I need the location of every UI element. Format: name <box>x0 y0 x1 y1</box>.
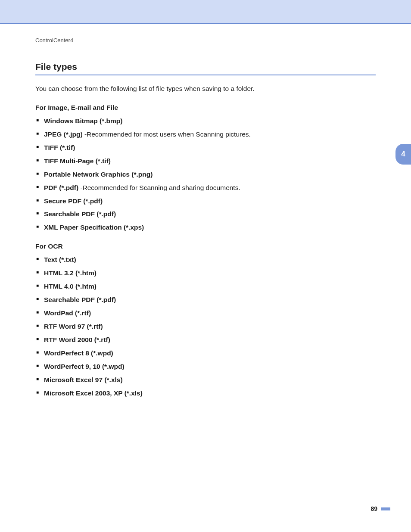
list-item: RTF Word 2000 (*.rtf) <box>35 336 376 345</box>
list-item-bold: WordPerfect 9, 10 (*.wpd) <box>44 363 125 370</box>
list-item-bold: TIFF Multi-Page (*.tif) <box>44 157 111 165</box>
section-title: File types <box>35 62 376 75</box>
chapter-tab: 4 <box>395 144 411 165</box>
intro-text: You can choose from the following list o… <box>35 85 376 93</box>
list-item: WordPad (*.rtf) <box>35 309 376 318</box>
list-item-bold: Windows Bitmap (*.bmp) <box>44 117 122 124</box>
list-item-rest: -Recommended for Scanning and sharing do… <box>78 184 240 191</box>
top-banner <box>0 0 411 24</box>
list-item-rest: -Recommended for most users when Scannin… <box>83 131 251 138</box>
list-item: Searchable PDF (*.pdf) <box>35 296 376 305</box>
list-item-bold: WordPerfect 8 (*.wpd) <box>44 349 113 357</box>
list-item: XML Paper Specification (*.xps) <box>35 223 376 232</box>
header-label: ControlCenter4 <box>35 37 376 44</box>
list-item-bold: XML Paper Specification (*.xps) <box>44 224 144 231</box>
list-item: Windows Bitmap (*.bmp) <box>35 117 376 126</box>
list-item-bold: Microsoft Excel 2003, XP (*.xls) <box>44 389 143 397</box>
list-item: Searchable PDF (*.pdf) <box>35 210 376 219</box>
page-content: ControlCenter4 File types You can choose… <box>0 24 411 398</box>
list-item-bold: RTF Word 97 (*.rtf) <box>44 323 103 330</box>
list-item: TIFF (*.tif) <box>35 143 376 152</box>
list-item: Microsoft Excel 2003, XP (*.xls) <box>35 389 376 398</box>
group2-list: Text (*.txt)HTML 3.2 (*.htm)HTML 4.0 (*.… <box>35 255 376 398</box>
list-item-bold: TIFF (*.tif) <box>44 144 75 151</box>
list-item-bold: Portable Network Graphics (*.png) <box>44 171 153 178</box>
list-item: TIFF Multi-Page (*.tif) <box>35 157 376 166</box>
list-item: Microsoft Excel 97 (*.xls) <box>35 376 376 385</box>
footer-accent <box>381 507 390 510</box>
chapter-number: 4 <box>401 150 405 159</box>
list-item-bold: HTML 4.0 (*.htm) <box>44 283 97 290</box>
list-item-bold: Searchable PDF (*.pdf) <box>44 296 116 303</box>
list-item: Text (*.txt) <box>35 255 376 264</box>
list-item-bold: PDF (*.pdf) <box>44 184 78 191</box>
list-item: WordPerfect 9, 10 (*.wpd) <box>35 362 376 371</box>
list-item: RTF Word 97 (*.rtf) <box>35 322 376 331</box>
list-item: Secure PDF (*.pdf) <box>35 197 376 206</box>
list-item: HTML 4.0 (*.htm) <box>35 282 376 291</box>
list-item-bold: RTF Word 2000 (*.rtf) <box>44 336 110 343</box>
list-item-bold: Searchable PDF (*.pdf) <box>44 210 116 218</box>
list-item: HTML 3.2 (*.htm) <box>35 269 376 278</box>
list-item-bold: Secure PDF (*.pdf) <box>44 197 103 205</box>
list-item-bold: HTML 3.2 (*.htm) <box>44 269 97 277</box>
list-item-bold: Microsoft Excel 97 (*.xls) <box>44 376 123 383</box>
list-item: Portable Network Graphics (*.png) <box>35 170 376 179</box>
list-item: WordPerfect 8 (*.wpd) <box>35 349 376 358</box>
list-item: JPEG (*.jpg) -Recommended for most users… <box>35 130 376 139</box>
page-footer: 89 <box>371 505 390 512</box>
list-item: PDF (*.pdf) -Recommended for Scanning an… <box>35 184 376 193</box>
group1-list: Windows Bitmap (*.bmp)JPEG (*.jpg) -Reco… <box>35 117 376 232</box>
list-item-bold: WordPad (*.rtf) <box>44 309 91 317</box>
group1-heading: For Image, E-mail and File <box>35 104 376 112</box>
group2-heading: For OCR <box>35 243 376 250</box>
list-item-bold: JPEG (*.jpg) <box>44 131 83 138</box>
page-number: 89 <box>371 505 377 512</box>
list-item-bold: Text (*.txt) <box>44 256 76 263</box>
